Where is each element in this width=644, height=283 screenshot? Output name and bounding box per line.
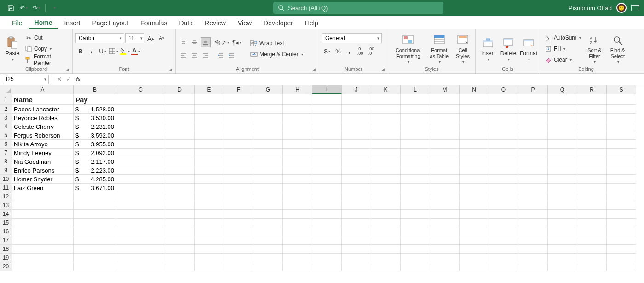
cell-N9[interactable] [460,166,489,175]
cell-N20[interactable] [460,262,489,271]
number-format-select[interactable]: General [322,33,382,43]
cell-A1[interactable]: Name [12,94,74,105]
cell-M11[interactable] [430,184,460,192]
cell-A16[interactable] [12,227,74,236]
qat-customize-button[interactable]: ▾ [49,3,59,13]
cell-C8[interactable] [116,157,165,166]
cell-P16[interactable] [518,227,548,236]
cell-Q20[interactable] [548,262,577,271]
cell-B11[interactable]: $3,671.00 [74,184,116,192]
tab-formulas[interactable]: Formulas [135,17,172,29]
cell-Q10[interactable] [548,175,577,184]
cell-E17[interactable] [195,236,224,245]
cell-O2[interactable] [489,105,518,114]
delete-cells-button[interactable]: Delete▾ [499,35,518,63]
cell-Q14[interactable] [548,210,577,219]
col-header-E[interactable]: E [195,85,224,94]
cell-Q5[interactable] [548,131,577,140]
cell-C2[interactable] [116,105,165,114]
cell-R13[interactable] [577,201,607,210]
cell-P9[interactable] [518,166,548,175]
show-paragraph-button[interactable]: ¶◂▾ [230,37,244,47]
cells-area[interactable]: NamePayRaees Lancaster$1,528.00Beyonce R… [12,94,636,271]
cell-B18[interactable] [74,245,116,254]
cell-L1[interactable] [401,94,430,105]
cell-K6[interactable] [371,140,401,149]
cell-J11[interactable] [342,184,371,192]
cell-F1[interactable] [224,94,253,105]
clipboard-launcher[interactable]: ◢ [65,67,69,72]
cell-E2[interactable] [195,105,224,114]
cell-K2[interactable] [371,105,401,114]
cell-A14[interactable] [12,210,74,219]
cell-D6[interactable] [165,140,195,149]
cell-E14[interactable] [195,210,224,219]
increase-font-button[interactable]: A▴ [145,33,155,43]
cell-K15[interactable] [371,219,401,227]
row-header-20[interactable]: 20 [0,262,12,271]
cell-B19[interactable] [74,254,116,262]
cell-A5[interactable]: Fergus Roberson [12,131,74,140]
cell-L5[interactable] [401,131,430,140]
cell-P4[interactable] [518,122,548,131]
decrease-indent-button[interactable] [215,50,225,60]
cell-J8[interactable] [342,157,371,166]
name-box[interactable]: I25 [3,75,49,84]
cell-J5[interactable] [342,131,371,140]
clear-button[interactable]: Clear▾ [543,55,583,65]
cell-N17[interactable] [460,236,489,245]
cell-L4[interactable] [401,122,430,131]
cell-P13[interactable] [518,201,548,210]
cell-Q16[interactable] [548,227,577,236]
cell-B15[interactable] [74,219,116,227]
cell-L2[interactable] [401,105,430,114]
cell-E18[interactable] [195,245,224,254]
cell-H15[interactable] [283,219,312,227]
cell-K7[interactable] [371,149,401,157]
font-size-select[interactable]: 11 [125,33,144,43]
cell-O13[interactable] [489,201,518,210]
cell-P19[interactable] [518,254,548,262]
tab-page-layout[interactable]: Page Layout [86,17,134,29]
cell-R1[interactable] [577,94,607,105]
cell-H1[interactable] [283,94,312,105]
cell-F11[interactable] [224,184,253,192]
cell-Q18[interactable] [548,245,577,254]
cell-D20[interactable] [165,262,195,271]
cell-M3[interactable] [430,114,460,122]
row-header-4[interactable]: 4 [0,122,12,131]
cell-R8[interactable] [577,157,607,166]
cell-H5[interactable] [283,131,312,140]
cell-H6[interactable] [283,140,312,149]
conditional-formatting-button[interactable]: Conditional Formatting▾ [391,33,426,64]
cell-Q19[interactable] [548,254,577,262]
cell-B1[interactable]: Pay [74,94,116,105]
cell-I18[interactable] [312,245,342,254]
cell-C15[interactable] [116,219,165,227]
cell-R7[interactable] [577,149,607,157]
cell-D15[interactable] [165,219,195,227]
cell-K14[interactable] [371,210,401,219]
col-header-M[interactable]: M [430,85,460,94]
cell-I17[interactable] [312,236,342,245]
align-middle-button[interactable] [190,37,200,47]
cell-H18[interactable] [283,245,312,254]
cell-I16[interactable] [312,227,342,236]
cell-S1[interactable] [607,94,636,105]
cell-F17[interactable] [224,236,253,245]
cell-L8[interactable] [401,157,430,166]
cell-J16[interactable] [342,227,371,236]
cell-E5[interactable] [195,131,224,140]
cell-F9[interactable] [224,166,253,175]
cell-G6[interactable] [253,140,283,149]
cell-A11[interactable]: Faiz Green [12,184,74,192]
cell-I11[interactable] [312,184,342,192]
cell-H13[interactable] [283,201,312,210]
row-header-5[interactable]: 5 [0,131,12,140]
cell-K1[interactable] [371,94,401,105]
cell-M12[interactable] [430,192,460,201]
cell-H2[interactable] [283,105,312,114]
cell-N13[interactable] [460,201,489,210]
orientation-button[interactable]: ab↗▾ [215,37,229,47]
font-name-select[interactable]: Calibri [75,33,124,43]
